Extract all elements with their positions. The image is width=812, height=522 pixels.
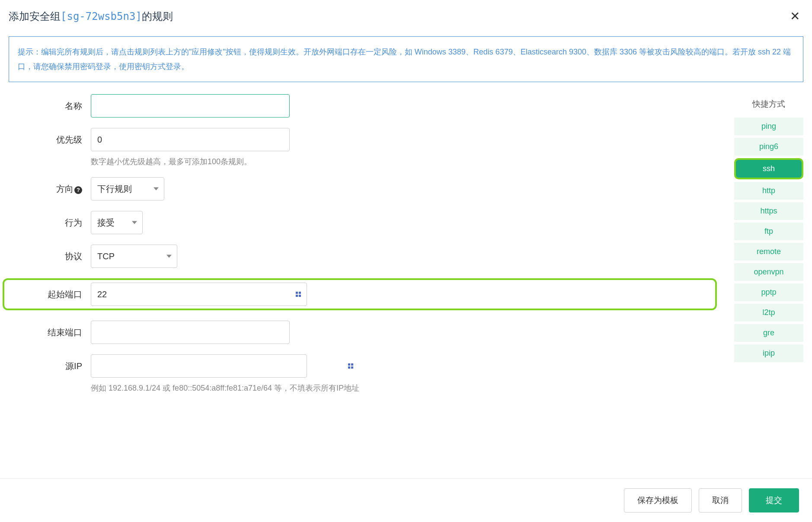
dialog-title: 添加安全组[sg-72wsb5n3]的规则 [9,10,173,23]
priority-input[interactable] [91,128,290,151]
direction-value: 下行规则 [97,183,132,195]
shortcut-ipip[interactable]: ipip [734,344,803,362]
name-input[interactable] [91,94,290,118]
source-ip-hint: 例如 192.168.9.1/24 或 fe80::5054:a8ff:fe81… [91,383,359,393]
protocol-value: TCP [97,251,115,261]
protocol-label: 协议 [9,245,91,262]
submit-button[interactable]: 提交 [749,488,799,512]
grid-icon[interactable] [296,292,301,297]
grid-icon[interactable] [348,363,353,369]
protocol-select[interactable]: TCP [91,245,177,268]
source-ip-input[interactable] [91,354,307,378]
end-port-label: 结束端口 [9,321,91,338]
help-icon[interactable]: ? [74,186,82,194]
action-select[interactable]: 接受 [91,211,143,234]
chevron-down-icon [166,255,172,258]
shortcut-ssh[interactable]: ssh [734,158,803,179]
rule-form: 名称 优先级 数字越小优先级越高，最多可添加100条规则。 方向? [9,94,717,404]
close-button[interactable]: ✕ [786,9,803,24]
shortcut-http[interactable]: http [734,182,803,200]
shortcut-ping6[interactable]: ping6 [734,138,803,156]
source-ip-label: 源IP [9,354,91,372]
title-prefix: 添加安全组 [9,10,61,22]
title-suffix: 的规则 [142,10,173,22]
priority-label: 优先级 [9,128,91,146]
direction-label: 方向? [9,177,91,195]
chevron-down-icon [132,221,137,224]
name-label: 名称 [9,94,91,112]
cancel-button[interactable]: 取消 [699,488,742,512]
chevron-down-icon [153,188,159,191]
shortcut-ping[interactable]: ping [734,118,803,135]
action-value: 接受 [97,217,115,229]
shortcut-remote[interactable]: remote [734,243,803,261]
end-port-input[interactable] [91,321,290,344]
close-icon: ✕ [790,10,800,23]
alert-tip: 提示：编辑完所有规则后，请点击规则列表上方的"应用修改"按钮，使得规则生效。开放… [9,36,803,82]
shortcut-https[interactable]: https [734,202,803,220]
start-port-input[interactable] [91,283,307,306]
shortcut-pptp[interactable]: pptp [734,283,803,301]
start-port-label: 起始端口 [9,283,91,300]
dialog-header: 添加安全组[sg-72wsb5n3]的规则 ✕ [9,9,803,24]
shortcut-ftp[interactable]: ftp [734,223,803,240]
shortcut-openvpn[interactable]: openvpn [734,263,803,281]
dialog-footer: 保存为模板 取消 提交 [0,478,812,522]
shortcut-gre[interactable]: gre [734,324,803,342]
security-group-id: [sg-72wsb5n3] [61,10,142,22]
priority-hint: 数字越小优先级越高，最多可添加100条规则。 [91,156,290,167]
shortcuts-list: pingping6sshhttphttpsftpremoteopenvpnppt… [734,118,803,362]
save-template-button[interactable]: 保存为模板 [624,488,692,512]
shortcuts-title: 快捷方式 [734,99,803,110]
shortcuts-panel: 快捷方式 pingping6sshhttphttpsftpremoteopenv… [734,99,803,404]
direction-select[interactable]: 下行规则 [91,177,164,201]
shortcut-l2tp[interactable]: l2tp [734,304,803,321]
action-label: 行为 [9,211,91,229]
